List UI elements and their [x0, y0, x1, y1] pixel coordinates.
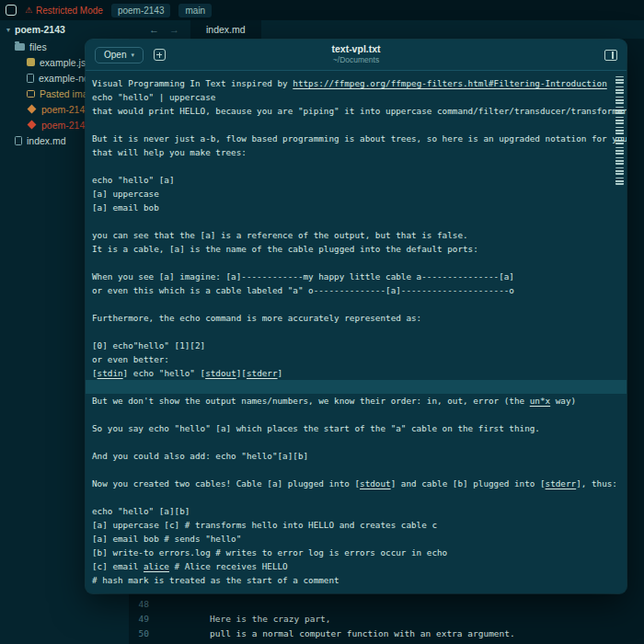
tab-label: index.md	[206, 24, 246, 35]
editor-line: 48	[129, 596, 644, 611]
text-line: echo "hello" [a][b]	[92, 504, 627, 518]
text-line: Furthermore, the echo command is more ac…	[92, 311, 627, 325]
sidebar-item-label: files	[29, 41, 47, 52]
scrollbar-mark	[615, 127, 624, 134]
text-line	[92, 325, 627, 339]
line-number: 50	[129, 628, 149, 638]
file-preview-overlay: Open ▾ text-vpl.txt ~/Documents Visual P…	[86, 40, 627, 593]
text-line	[92, 490, 627, 504]
project-name-chip[interactable]: poem-2143	[111, 4, 171, 17]
overlay-content[interactable]: Visual Programming In Text inspired by h…	[86, 71, 627, 593]
file-icon	[15, 136, 22, 145]
text-line: [0] echo"hello" [1][2]	[92, 339, 627, 352]
text-line: that will help you make trees:	[92, 145, 627, 159]
text-line: Visual Programming In Text inspired by h…	[92, 76, 627, 90]
file-title: text-vpl.txt	[331, 43, 380, 54]
text-line: But we don't show the output names/numbe…	[92, 394, 627, 408]
text-line	[86, 380, 627, 394]
diamond-icon	[28, 105, 37, 114]
new-file-icon[interactable]	[154, 49, 166, 61]
line-number: 48	[129, 599, 149, 609]
image-icon	[27, 90, 35, 98]
editor-line: 50pull is a normal computer function wit…	[129, 626, 644, 640]
text-line	[92, 408, 627, 421]
text-line: you can see that the [a] is a reference …	[92, 228, 627, 242]
text-line: or even this which is a cable labeled "a…	[92, 283, 627, 297]
line-number: 49	[129, 614, 149, 624]
text-line: But it is never just a-b, flow based pro…	[92, 132, 627, 145]
diamond-icon	[28, 121, 37, 130]
nav-history: ← →	[129, 20, 190, 39]
overlay-header: Open ▾ text-vpl.txt ~/Documents	[86, 40, 627, 71]
text-line: # hash mark is treated as the start of a…	[92, 573, 627, 587]
chevron-down-icon: ▾	[131, 52, 134, 59]
overlay-scrollbar[interactable]	[615, 76, 624, 185]
js-icon	[27, 58, 35, 66]
overlay-title-block: text-vpl.txt ~/Documents	[331, 43, 380, 64]
text-line	[92, 435, 627, 449]
text-line	[92, 463, 627, 477]
text-line: And you could also add: echo "hello"[a][…	[92, 449, 627, 463]
scrollbar-mark	[615, 86, 624, 94]
branch-chip[interactable]: main	[178, 4, 212, 17]
scrollbar-mark	[615, 137, 624, 144]
scrollbar-mark	[615, 178, 624, 185]
chevron-down-icon: ▾	[6, 26, 10, 34]
line-text: Here is the crazy part,	[210, 614, 331, 624]
text-line	[92, 118, 627, 132]
text-line	[92, 159, 627, 173]
project-root-header[interactable]: ▾ poem-2143	[0, 20, 129, 39]
text-line: that would print HELLO, because you are …	[92, 104, 627, 118]
open-in-panel-icon[interactable]	[604, 50, 617, 61]
scrollbar-mark	[615, 147, 624, 155]
scrollbar-mark	[615, 157, 624, 165]
scrollbar-mark	[615, 97, 624, 104]
scrollbar-mark	[615, 167, 624, 175]
text-line	[92, 256, 627, 270]
restricted-mode-label: Restricted Mode	[36, 6, 103, 16]
text-line: echo "hello" [a]	[92, 173, 627, 187]
file-icon	[27, 74, 34, 83]
text-line: So you say echo "hello" [a] which places…	[92, 421, 627, 435]
tab-index-md[interactable]: index.md	[190, 20, 261, 39]
project-root-label: poem-2143	[15, 24, 65, 35]
restricted-mode-badge[interactable]: ⚠ Restricted Mode	[25, 6, 103, 16]
text-line: When you see [a] imagine: [a]-----------…	[92, 270, 627, 283]
editor-line: 49Here is the crazy part,	[129, 611, 644, 626]
file-path: ~/Documents	[331, 55, 380, 64]
text-line: [c] email alice # Alice receives HELLO	[92, 559, 627, 573]
text-line	[92, 297, 627, 311]
warning-icon: ⚠	[25, 6, 32, 15]
titlebar: ⚠ Restricted Mode poem-2143 main	[0, 0, 644, 20]
sidebar-item-label: index.md	[27, 135, 66, 146]
sidebar-item-label: example.js	[40, 57, 86, 68]
text-line: or even better:	[92, 352, 627, 366]
back-icon[interactable]: ←	[149, 24, 159, 35]
forward-icon[interactable]: →	[169, 24, 179, 35]
open-button[interactable]: Open ▾	[95, 47, 144, 63]
folder-icon	[15, 43, 25, 51]
tab-bar: ▾ poem-2143 ← → index.md	[0, 20, 644, 39]
scrollbar-mark	[615, 117, 624, 124]
text-line: [a] email bob # sends "hello"	[92, 532, 627, 546]
open-button-label: Open	[104, 50, 126, 60]
app-logo-icon[interactable]	[6, 5, 17, 16]
text-line: [b] write-to errors.log # writes to erro…	[92, 546, 627, 559]
text-line: [stdin] echo "hello" [stdout][stderr]	[92, 366, 627, 380]
sidebar-item-label: example-nor	[39, 73, 92, 84]
line-text: pull is a normal computer function with …	[210, 628, 515, 638]
text-line: echo "hello" | uppercase	[92, 90, 627, 104]
text-line: It is a cable, [a] is the name of the ca…	[92, 242, 627, 256]
text-line: Now you created two cables! Cable [a] pl…	[92, 477, 627, 490]
text-line: [a] email bob	[92, 201, 627, 214]
text-line: [a] uppercase	[92, 187, 627, 201]
text-line: [a] uppercase [c] # transforms hello int…	[92, 518, 627, 532]
text-line	[92, 214, 627, 228]
scrollbar-mark	[615, 76, 624, 84]
scrollbar-mark	[615, 107, 624, 114]
